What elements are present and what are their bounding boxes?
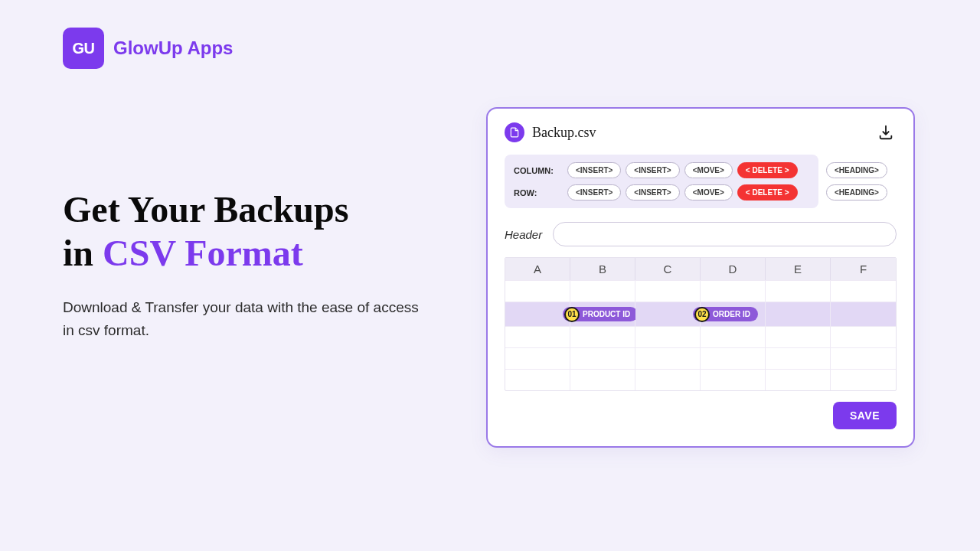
download-icon: [877, 124, 894, 141]
toolbar: COLUMN: <INSERT> <INSERT> <MOVE> < DELET…: [505, 155, 818, 208]
toolbar-row-row: ROW: <INSERT> <INSERT> <MOVE> < DELETE >: [514, 184, 809, 201]
col-A[interactable]: A: [505, 258, 570, 280]
cell-2E[interactable]: [766, 302, 831, 326]
row-label: ROW:: [514, 188, 563, 197]
col-D[interactable]: D: [701, 258, 766, 280]
row-move-button[interactable]: <MOVE>: [684, 184, 733, 201]
col-B[interactable]: B: [570, 258, 635, 280]
row-delete-button[interactable]: < DELETE >: [737, 184, 798, 201]
cell-2A[interactable]: [505, 302, 570, 326]
row-insert-button-1[interactable]: <INSERT>: [567, 184, 621, 201]
file-name: Backup.csv: [532, 125, 596, 141]
logo-area: GU GlowUp Apps: [63, 28, 233, 69]
csv-editor-panel: Backup.csv COLUMN: <INSERT> <INSERT> <MO…: [486, 107, 915, 448]
grid-row-1[interactable]: [505, 280, 896, 302]
title-line-1: Get Your Backups: [63, 189, 348, 230]
chip-number-1: 01: [564, 307, 580, 322]
file-title-wrap: Backup.csv: [505, 122, 596, 142]
header-input[interactable]: [553, 222, 897, 246]
col-F[interactable]: F: [831, 258, 896, 280]
download-button[interactable]: [875, 123, 897, 142]
column-label: COLUMN:: [514, 166, 563, 175]
toolbar-column-row: COLUMN: <INSERT> <INSERT> <MOVE> < DELET…: [514, 162, 809, 178]
brand-name: GlowUp Apps: [113, 37, 233, 59]
page-title: Get Your Backups in CSV Format: [63, 188, 430, 275]
hero: Get Your Backups in CSV Format Download …: [63, 188, 430, 341]
column-insert-button-1[interactable]: <INSERT>: [567, 162, 621, 178]
order-id-chip[interactable]: 02 ORDER ID: [693, 307, 758, 321]
save-wrap: SAVE: [505, 402, 897, 429]
spreadsheet-grid: A B C D E F 01 PRODUCT ID 02 ORDER ID: [505, 257, 897, 391]
grid-header-row: A B C D E F: [505, 258, 896, 280]
title-line-2-prefix: in: [63, 233, 103, 273]
grid-row-4[interactable]: [505, 347, 896, 369]
chip-label-1: PRODUCT ID: [583, 310, 630, 318]
cell-2F[interactable]: [831, 302, 896, 326]
save-button[interactable]: SAVE: [833, 402, 897, 429]
column-delete-button[interactable]: < DELETE >: [737, 162, 798, 178]
header-field-row: Header: [505, 222, 897, 246]
cell-2B[interactable]: 01 PRODUCT ID: [570, 302, 635, 326]
title-accent: CSV Format: [103, 233, 303, 273]
cell-2C[interactable]: [635, 302, 701, 326]
panel-header: Backup.csv: [505, 122, 897, 142]
cell-2D[interactable]: 02 ORDER ID: [701, 302, 766, 326]
chip-number-2: 02: [694, 307, 710, 322]
header-label: Header: [505, 228, 542, 241]
column-move-button[interactable]: <MOVE>: [684, 162, 733, 178]
logo-badge: GU: [63, 28, 104, 69]
chip-label-2: ORDER ID: [713, 310, 750, 318]
column-heading-button[interactable]: <HEADING>: [826, 162, 887, 178]
grid-row-2[interactable]: 01 PRODUCT ID 02 ORDER ID: [505, 302, 896, 326]
page-subtitle: Download & Transfer your data with the e…: [63, 296, 430, 341]
grid-row-3[interactable]: [505, 326, 896, 347]
csv-icon: [505, 122, 524, 142]
row-insert-button-2[interactable]: <INSERT>: [626, 184, 679, 201]
grid-row-5[interactable]: [505, 369, 896, 390]
col-E[interactable]: E: [766, 258, 831, 280]
column-insert-button-2[interactable]: <INSERT>: [626, 162, 679, 178]
product-id-chip[interactable]: 01 PRODUCT ID: [563, 307, 638, 321]
logo-monogram: GU: [73, 40, 95, 57]
row-heading-button[interactable]: <HEADING>: [826, 184, 887, 201]
col-C[interactable]: C: [635, 258, 701, 280]
